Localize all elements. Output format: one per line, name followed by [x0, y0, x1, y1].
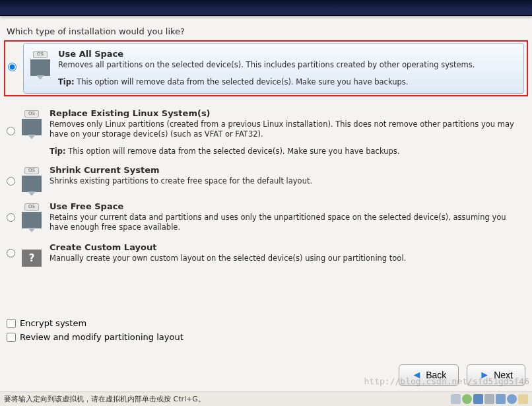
- os-disk-icon: OS: [22, 167, 42, 192]
- option-title: Use Free Space: [50, 201, 519, 211]
- option-use-all-space[interactable]: OS Use All Space Removes all partitions …: [23, 43, 524, 94]
- option-title: Use All Space: [58, 49, 517, 59]
- icon-badge: OS: [33, 51, 48, 58]
- option-custom-layout[interactable]: ? Create Custom Layout Manually create y…: [5, 242, 527, 269]
- checkbox-label: Encrypt system: [20, 318, 86, 328]
- option-title: Shrink Current System: [50, 165, 519, 175]
- os-disk-icon: OS: [22, 203, 42, 228]
- tray-icon[interactable]: [484, 394, 494, 404]
- vm-statusbar: 要将输入定向到该虚拟机，请在虚拟机内部单击或按 Ctrl+G。: [0, 391, 532, 406]
- top-banner: [0, 0, 532, 16]
- checkbox-review[interactable]: [7, 333, 16, 342]
- arrow-left-icon: ◄: [411, 369, 422, 381]
- checkbox-review-row[interactable]: Review and modify partitioning layout: [7, 332, 183, 342]
- icon-badge: OS: [24, 167, 39, 174]
- tray-icon[interactable]: [473, 394, 483, 404]
- icon-badge: OS: [24, 110, 39, 118]
- option-shrink[interactable]: OS Shrink Current System Shrinks existin…: [5, 165, 527, 192]
- option-title: Replace Existing Linux System(s): [50, 108, 519, 118]
- option-tip: Tip: This option will remove data from t…: [50, 147, 519, 156]
- option-desc: Shrinks existing partitions to create fr…: [50, 176, 519, 187]
- button-label: Next: [494, 370, 513, 380]
- question-disk-icon: ?: [22, 244, 42, 269]
- option-desc: Retains your current data and partitions…: [50, 213, 519, 233]
- statusbar-tray: [451, 394, 528, 404]
- statusbar-text: 要将输入定向到该虚拟机，请在虚拟机内部单击或按 Ctrl+G。: [4, 394, 205, 404]
- tray-icon[interactable]: [518, 394, 528, 404]
- install-type-prompt: Which type of installation would you lik…: [7, 26, 527, 36]
- tray-icon[interactable]: [496, 394, 506, 404]
- option-replace-linux[interactable]: OS Replace Existing Linux System(s) Remo…: [5, 108, 527, 156]
- arrow-right-icon: ►: [479, 369, 490, 381]
- os-disk-icon: OS: [22, 110, 42, 135]
- button-label: Back: [426, 370, 446, 380]
- radio-replace-linux[interactable]: [7, 127, 15, 135]
- checkbox-encrypt-row[interactable]: Encrypt system: [7, 318, 183, 328]
- option-title: Create Custom Layout: [50, 242, 519, 252]
- option-desc: Manually create your own custom layout o…: [50, 254, 519, 264]
- option-use-free-space[interactable]: OS Use Free Space Retains your current d…: [5, 201, 527, 233]
- option-desc: Removes only Linux partitions (created f…: [50, 119, 519, 140]
- back-button[interactable]: ◄ Back: [399, 364, 459, 386]
- checkbox-encrypt[interactable]: [7, 319, 16, 328]
- radio-shrink[interactable]: [7, 177, 15, 186]
- radio-use-all-space[interactable]: [8, 63, 17, 71]
- highlight-box: OS Use All Space Removes all partitions …: [4, 40, 528, 96]
- option-desc: Removes all partitions on the selected d…: [58, 60, 517, 71]
- radio-custom-layout[interactable]: [7, 249, 15, 257]
- option-tip: Tip: This option will remove data from t…: [58, 77, 517, 86]
- checkbox-label: Review and modify partitioning layout: [20, 332, 183, 342]
- next-button[interactable]: ► Next: [467, 364, 525, 386]
- tray-icon[interactable]: [462, 394, 472, 404]
- tray-icon[interactable]: [507, 394, 517, 404]
- tray-icon[interactable]: [451, 394, 461, 404]
- radio-use-free-space[interactable]: [7, 213, 15, 222]
- icon-badge: OS: [24, 203, 39, 211]
- os-disk-icon: OS: [30, 51, 50, 76]
